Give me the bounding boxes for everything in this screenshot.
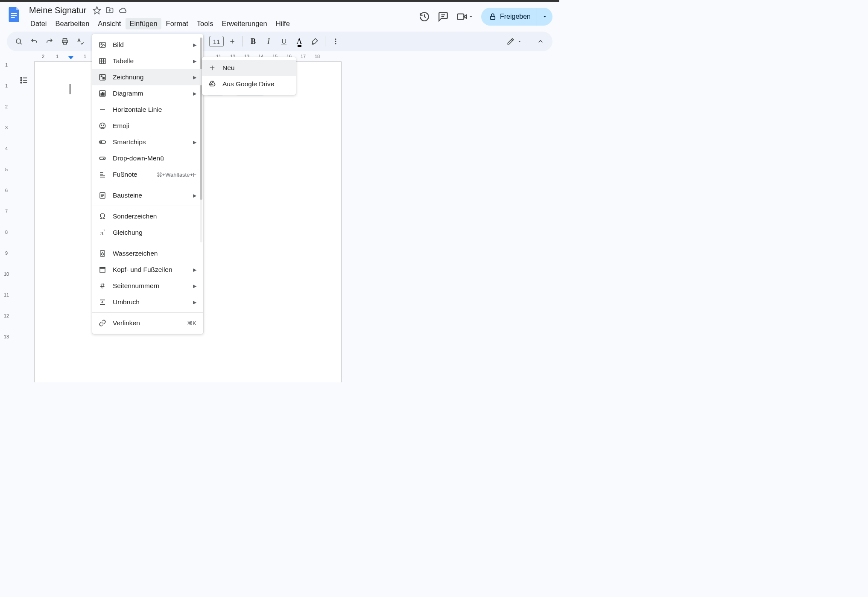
svg-point-37 — [103, 125, 104, 126]
menu-item-label: Emoji — [113, 122, 196, 130]
history-icon[interactable] — [419, 11, 430, 22]
menu-item-label: Diagramm — [113, 90, 187, 97]
menu-shortcut: ⌘+Wahltaste+F — [157, 172, 196, 178]
menu-item-wasserzeichen[interactable]: Wasserzeichen — [92, 245, 203, 262]
submenu-arrow-icon: ▶ — [193, 267, 196, 273]
menu-item-label: Sonderzeichen — [113, 213, 196, 220]
star-icon[interactable] — [93, 6, 101, 15]
menu-item-label: Wasserzeichen — [113, 250, 196, 257]
more-toolbar-icon[interactable] — [329, 35, 342, 48]
submenu-arrow-icon: ▶ — [193, 75, 196, 80]
menu-item-label: Gleichung — [113, 229, 196, 236]
collapse-toolbar-icon[interactable] — [534, 35, 547, 48]
menu-tools[interactable]: Tools — [193, 18, 217, 29]
chart-icon — [98, 90, 107, 97]
menu-separator — [92, 206, 203, 206]
undo-icon[interactable] — [27, 35, 41, 48]
menu-item-label: Horizontale Linie — [113, 106, 196, 114]
underline-icon[interactable]: U — [277, 35, 291, 48]
image-icon — [98, 41, 107, 49]
menu-item-tabelle[interactable]: Tabelle▶ — [92, 53, 203, 69]
submenu-arrow-icon: ▶ — [193, 42, 196, 48]
menu-separator — [92, 185, 203, 185]
menu-item-fu-note[interactable]: Fußnote⌘+Wahltaste+F — [92, 166, 203, 183]
menu-bearbeiten[interactable]: Bearbeiten — [52, 18, 94, 29]
share-button[interactable]: Freigeben — [481, 8, 552, 26]
bold-icon[interactable]: B — [246, 35, 260, 48]
menu-item-diagramm[interactable]: Diagramm▶ — [92, 85, 203, 102]
emoji-icon — [98, 122, 107, 130]
text-color-icon[interactable]: A — [292, 35, 306, 48]
menu-item-label: Zeichnung — [113, 73, 187, 81]
menu-item-drop-down-men-[interactable]: Drop-down-Menü — [92, 150, 203, 166]
search-icon[interactable] — [12, 35, 26, 48]
menu-datei[interactable]: Datei — [26, 18, 51, 29]
break-icon — [98, 298, 107, 306]
submenu-arrow-icon: ▶ — [193, 193, 196, 198]
menu-item-verlinken[interactable]: Verlinken⌘K — [92, 315, 203, 331]
menu-item-emoji[interactable]: Emoji — [92, 118, 203, 134]
font-size-input[interactable]: 11 — [209, 36, 224, 47]
link-icon — [98, 319, 107, 327]
menu-item-bausteine[interactable]: Bausteine▶ — [92, 187, 203, 204]
watermark-icon — [98, 250, 107, 257]
hash-icon: # — [98, 282, 107, 291]
font-size-increase[interactable] — [225, 35, 239, 48]
svg-rect-29 — [103, 78, 105, 79]
svg-point-22 — [101, 44, 102, 45]
menu-item-horizontale-linie[interactable]: Horizontale Linie — [92, 102, 203, 118]
menu-item-gleichung[interactable]: π²Gleichung — [92, 224, 203, 241]
submenu-item-aus-google-drive[interactable]: Aus Google Drive — [202, 76, 296, 92]
svg-point-28 — [101, 76, 102, 77]
menu-item-seitennummern[interactable]: #Seitennummern▶ — [92, 278, 203, 294]
drawing-submenu: NeuAus Google Drive — [202, 57, 296, 95]
menu-item-label: Umbruch — [113, 298, 187, 306]
menu-item-label: Smartchips — [113, 138, 187, 146]
menu-ansicht[interactable]: Ansicht — [94, 18, 125, 29]
outline-toggle-icon[interactable] — [15, 72, 32, 89]
editing-mode[interactable] — [503, 36, 526, 47]
italic-icon[interactable]: I — [262, 35, 275, 48]
svg-point-13 — [335, 41, 336, 42]
insert-menu: Bild▶Tabelle▶Zeichnung▶Diagramm▶Horizont… — [92, 34, 203, 334]
comments-icon[interactable] — [438, 11, 449, 22]
headerfooter-icon — [98, 266, 107, 274]
docs-logo[interactable] — [6, 6, 23, 23]
menu-item-sonderzeichen[interactable]: ΩSonderzeichen — [92, 208, 203, 224]
hline-icon — [98, 106, 107, 114]
work-area: 2 1 1 11 12 13 14 15 16 ▾ 17 18 11234567… — [0, 54, 559, 382]
ruler-vertical[interactable]: 112345678910111213 — [2, 54, 11, 382]
menu-format[interactable]: Format — [162, 18, 192, 29]
cloud-status-icon[interactable] — [118, 6, 128, 15]
menu-item-zeichnung[interactable]: Zeichnung▶ — [92, 69, 203, 85]
doc-title[interactable]: Meine Signatur — [26, 5, 89, 16]
spellcheck-icon[interactable] — [73, 35, 87, 48]
svg-rect-32 — [102, 92, 103, 96]
menu-item-smartchips[interactable]: Smartchips▶ — [92, 134, 203, 150]
menu-item-kopf-und-fu-zeilen[interactable]: Kopf- und Fußzeilen▶ — [92, 262, 203, 278]
svg-rect-6 — [491, 16, 495, 20]
footnote-icon — [98, 171, 107, 178]
submenu-item-neu[interactable]: Neu — [202, 60, 296, 76]
move-icon[interactable] — [105, 6, 114, 15]
highlight-icon[interactable] — [308, 35, 321, 48]
print-icon[interactable] — [58, 35, 72, 48]
menu-einfuegen[interactable]: Einfügen — [126, 18, 161, 29]
share-dropdown[interactable] — [537, 8, 552, 26]
menu-item-bild[interactable]: Bild▶ — [92, 37, 203, 53]
menu-item-umbruch[interactable]: Umbruch▶ — [92, 294, 203, 310]
menu-item-label: Drop-down-Menü — [113, 154, 196, 162]
equation-icon: π² — [98, 229, 107, 236]
meet-icon[interactable] — [456, 11, 473, 22]
menu-hilfe[interactable]: Hilfe — [272, 18, 294, 29]
redo-icon[interactable] — [43, 35, 56, 48]
menu-erweiterungen[interactable]: Erweiterungen — [218, 18, 271, 29]
drawing-icon — [98, 73, 107, 81]
svg-point-39 — [101, 142, 102, 143]
svg-rect-49 — [100, 250, 105, 256]
text-cursor — [70, 84, 70, 94]
menubar: Datei Bearbeiten Ansicht Einfügen Format… — [26, 18, 419, 29]
svg-rect-31 — [101, 93, 102, 96]
indent-marker[interactable] — [68, 56, 73, 59]
svg-rect-1 — [11, 15, 17, 16]
